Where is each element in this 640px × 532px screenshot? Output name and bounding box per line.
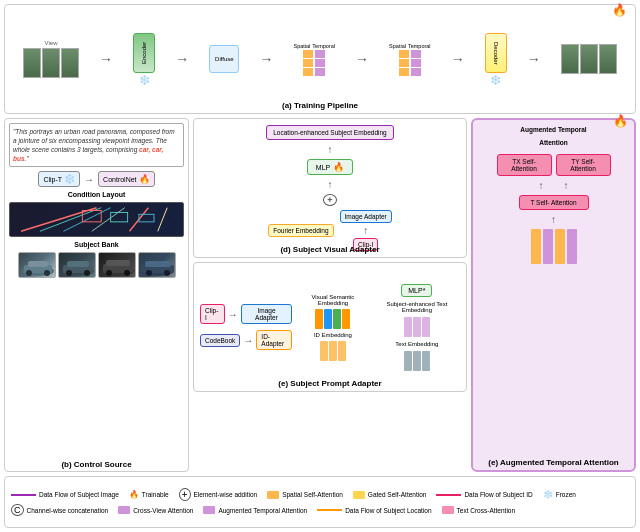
clip-t-frozen-icon: ❄️ [64,174,75,184]
codebook-box: CodeBook [200,334,240,347]
text-emb-bars [404,351,430,371]
clip-i-spa: Clip-I [200,304,225,324]
element-wise-icon: + [179,488,191,501]
te-bar-2 [413,351,421,371]
clip-controlnet-row: Clip-T ❄️ → ControlNet 🔥 [9,171,184,187]
middle-section: "This portrays an urban road panorama, c… [4,118,636,472]
encoder-box: Encoder [133,33,155,73]
car-svg-4 [139,253,176,278]
ata-input-bars [479,229,628,264]
out-frame-1 [561,44,579,74]
svg-rect-8 [139,215,154,223]
frame-1 [23,48,41,78]
bottom-legend: Data Flow of Subject Image 🔥 Trainable +… [4,476,636,528]
clip-controlnet-arrow: → [84,174,94,185]
temporal-bar-1b [315,59,325,67]
svg-point-13 [44,270,50,276]
output-video-strip [561,44,617,74]
id-bar-1 [320,341,328,361]
svg-rect-7 [111,213,128,222]
legend-subject-image: Data Flow of Subject Image [11,488,119,501]
legend-label-gated: Gated Self-Attention [368,491,427,498]
spa-codebook-row: CodeBook → ID- Adapter [200,330,292,350]
legend-box-gated [353,491,365,499]
diffuse-box: Diffuse [209,45,239,73]
arrow-4: → [355,51,369,67]
legend-cross-view: Cross-View Attention [118,504,193,516]
spa-right: MLP* Subject-enhanced Text Embedding Tex… [374,284,460,371]
car-svg-2 [59,253,96,278]
mlp-flame-icon: 🔥 [333,162,344,172]
legend-box-text-cross [442,506,454,514]
svg-line-3 [92,208,125,232]
input-video-strip [23,48,79,78]
ata-flame-icon: 🔥 [613,114,628,128]
clip-t-label: Clip-T [43,176,62,183]
car-svg-3 [99,253,136,278]
frame-3 [61,48,79,78]
control-source-label: (b) Control Source [61,460,131,469]
svg-rect-21 [106,260,130,266]
se-bar-2 [413,317,421,337]
ata-title: Augmented Temporal [479,126,628,133]
subject-enhanced-bars [404,317,430,337]
spatial-bar-2b [399,59,409,67]
svg-point-23 [124,270,130,276]
temporal-bar-2b [411,59,421,67]
t-self-attention-box: T Self- Attention [519,195,589,210]
spa-clip-row: Clip-I → Image Adapter [200,304,292,324]
svg-line-0 [21,208,96,232]
arrow-1: → [99,51,113,67]
id-adapter-box: ID- Adapter [256,330,292,350]
emb-bar-1 [315,309,323,329]
spa-arrow-2: → [243,335,253,346]
top-flame-icon: 🔥 [612,3,627,17]
visual-sem-label: Visual Semantic Embedding [298,294,368,306]
spa-label: (e) Subject Prompt Adapter [278,379,381,388]
encoder-item: Encoder ❄️ [133,33,155,85]
clip-t-box: Clip-T ❄️ [38,171,80,187]
sva-up-arrow: ↑ [328,144,333,155]
mlp-star-box: MLP* [401,284,432,297]
decoder-item: Decoder ❄️ [485,33,507,85]
svg-point-27 [146,270,152,276]
emb-bar-3 [333,309,341,329]
fourier-box: Fourier Embedding [268,224,333,237]
ty-self-attention-box: TY Self- Attention [556,154,611,176]
controlnet-box: ControlNet 🔥 [98,171,154,187]
te-bar-3 [422,351,430,371]
sva-up-arrow-2: ↑ [328,179,333,190]
controlnet-flame-icon: 🔥 [139,174,150,184]
arrow-5: → [451,51,465,67]
legend-label-text-cross: Text Cross-Attention [457,507,516,514]
out-frame-3 [599,44,617,74]
legend-label-augmented: Augmented Temporal Attention [218,507,307,514]
subject-bank-row [9,252,184,278]
car-thumb-3 [98,252,136,278]
legend-label-trainable: Trainable [142,491,169,498]
text-embedding-label: Text Embedding [395,341,438,347]
legend-label-element-wise: Element-wise addition [194,491,258,498]
legend-line-subject-image [11,494,36,496]
mlp-box: MLP 🔥 [307,159,353,175]
sva-label: (d) Subject Visual Adapter [280,245,379,254]
bars-2 [399,50,421,76]
out-frame-2 [580,44,598,74]
svg-line-5 [158,208,167,232]
bars-1 [303,50,325,76]
embedding-bars [315,309,350,329]
text-quote: "This portrays an urban road panorama, c… [9,123,184,167]
ata-label: (e) Augmented Temporal Attention [488,458,618,467]
legend-line-subject-id [436,494,461,496]
decoder-frozen-icon: ❄️ [490,75,501,85]
subject-enhanced-label: Subject-enhanced Text Embedding [374,301,460,313]
input-views: View [23,40,79,78]
svg-point-28 [164,270,170,276]
frozen-icon: ❄️ [543,490,553,499]
center-panels: Location-enhanced Subject Embedding ↑ ML… [193,118,467,472]
emb-bar-4 [342,309,350,329]
legend-subject-location: Data Flow of Subject Location [317,504,431,516]
spatial-label-1: Spatial [294,43,311,49]
ata-bar-2 [543,229,553,264]
legend-augmented: Augmented Temporal Attention [203,504,307,516]
